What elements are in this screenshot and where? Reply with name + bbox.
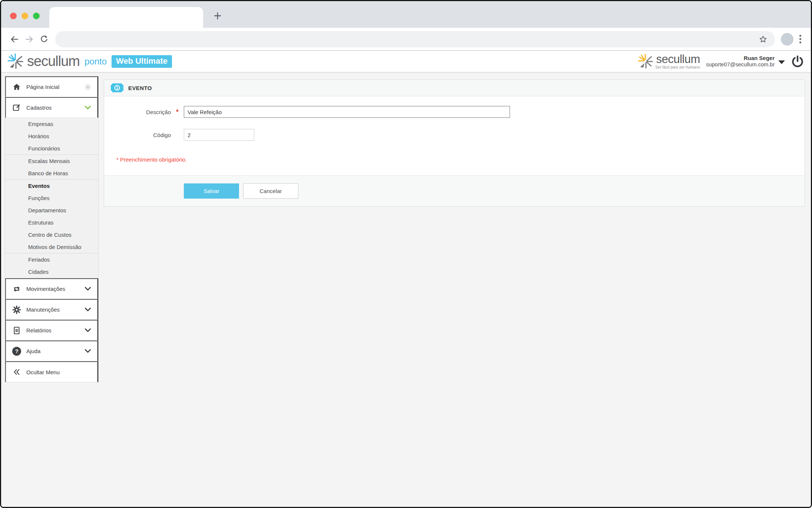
sidebar-item-empresas[interactable]: Empresas [5,118,98,130]
chevron-down-icon-green [84,105,92,110]
profile-avatar[interactable] [781,33,793,46]
close-window-button[interactable] [10,13,17,19]
forward-icon [24,34,34,44]
reload-icon [39,34,49,44]
reload-button[interactable] [37,32,52,47]
evento-form: Descrição * Código * Preenchimento obrig… [104,96,805,175]
chevron-down-icon [84,349,92,353]
help-icon: ? [12,347,21,356]
home-radio-indicator[interactable] [85,84,90,90]
panel-header: 1 EVENTO [104,80,805,96]
codigo-label: Código [104,132,171,138]
sidebar-item-manutencoes[interactable]: Manutenções [5,299,98,320]
brand-name: secullum [27,53,80,69]
sidebar-item-label: Página Inicial [26,84,84,90]
sidebar: Página Inicial Cadastros Empresas Horári… [5,76,99,382]
sidebar-item-banco-de-horas[interactable]: Banco de Horas [5,167,98,179]
app-header: secullum ponto Web Ultimate secullu [1,51,811,72]
user-email: suporte07@secullum.com.br [706,62,775,68]
url-input[interactable] [63,36,756,42]
address-bar[interactable] [55,31,775,47]
new-tab-button[interactable]: + [209,7,226,25]
minimize-window-button[interactable] [21,13,28,19]
sidebar-item-cadastros[interactable]: Cadastros [5,97,98,118]
window-controls [10,13,40,19]
evento-panel: 1 EVENTO Descrição * Código * P [104,79,805,207]
bookmark-button[interactable] [756,33,770,46]
secullum-starburst-logo [7,53,24,70]
browser-menu-button[interactable] [796,32,805,46]
collapse-double-chevron-icon [12,368,21,376]
descricao-label: Descrição [104,109,171,115]
star-icon [759,35,768,44]
browser-tab-strip: + [1,1,811,28]
edition-badge: Web Ultimate [112,55,172,68]
save-button[interactable]: Salvar [184,183,239,199]
cancel-button[interactable]: Cancelar [243,183,298,199]
repeat-icon [12,285,21,293]
forward-button[interactable] [22,32,37,47]
chevron-down-icon [84,328,92,333]
sidebar-item-movimentacoes[interactable]: Movimentações [5,278,98,299]
svg-text:1: 1 [116,86,118,90]
required-asterisk: * [171,108,184,116]
sidebar-item-feriados[interactable]: Feriados [5,253,98,266]
descricao-input[interactable] [184,106,510,118]
panel-title: EVENTO [128,85,152,91]
back-icon [10,34,19,44]
kebab-menu-icon [799,35,801,43]
codigo-input[interactable] [184,129,254,141]
chevron-down-icon [84,307,92,312]
browser-tab[interactable] [49,7,203,28]
chevron-down-icon [84,286,92,291]
sidebar-item-departamentos[interactable]: Departamentos [5,204,98,216]
panel-footer: Salvar Cancelar [104,175,805,206]
sidebar-item-label: Relatórios [26,327,84,333]
product-name: ponto [84,56,107,67]
logout-button[interactable] [790,54,805,69]
starburst-logo-yellow [637,53,654,70]
sidebar-item-ocultar-menu[interactable]: Ocultar Menu [5,361,98,382]
main-content: 1 EVENTO Descrição * Código * P [104,79,805,207]
sidebar-item-eventos[interactable]: Eventos [5,180,98,192]
maximize-window-button[interactable] [33,13,40,19]
money-bill-icon: 1 [110,83,124,93]
sidebar-item-label: Cadastros [26,104,84,111]
sidebar-item-label: Ajuda [26,348,84,354]
cadastros-submenu: Empresas Horários Funcionários Escalas M… [5,118,98,278]
sidebar-item-label: Manutenções [26,306,84,313]
sidebar-item-estruturas[interactable]: Estruturas [5,216,98,229]
app-body: Página Inicial Cadastros Empresas Horári… [1,72,811,507]
sidebar-item-label: Movimentações [26,286,84,292]
required-note: * Preenchimento obrigatório. [116,156,805,163]
sidebar-item-centro-de-custos[interactable]: Centro de Custos [5,229,98,241]
power-icon [791,55,804,68]
browser-toolbar [1,28,811,51]
sidebar-item-funcoes[interactable]: Funções [5,192,98,204]
sidebar-item-ajuda[interactable]: ? Ajuda [5,341,98,361]
brand-tagline: Ser fácil para ser humano. [655,65,701,69]
gear-icon [12,305,21,314]
back-button[interactable] [7,32,22,47]
sidebar-item-horarios[interactable]: Horários [5,130,98,142]
sidebar-item-relatorios[interactable]: Relatórios [5,320,98,341]
user-name: Ruan Seger [706,55,775,62]
home-icon [12,83,21,92]
sidebar-item-escalas-mensais[interactable]: Escalas Mensais [5,155,98,167]
secullum-logo-right: secullum Ser fácil para ser humano. [637,53,701,70]
right-brand-name: secullum [656,54,700,65]
sidebar-item-funcionarios[interactable]: Funcionários [5,142,98,155]
sidebar-item-cidades[interactable]: Cidades [5,266,98,278]
caret-down-icon [778,60,785,64]
browser-window: + [0,0,812,508]
user-menu[interactable]: Ruan Seger suporte07@secullum.com.br [706,55,785,68]
edit-icon [12,103,21,112]
sidebar-item-label: Ocultar Menu [26,369,92,375]
document-icon [12,326,21,335]
sidebar-item-pagina-inicial[interactable]: Página Inicial [5,76,98,97]
sidebar-item-motivos-de-demissao[interactable]: Motivos de Demissão [5,241,98,253]
